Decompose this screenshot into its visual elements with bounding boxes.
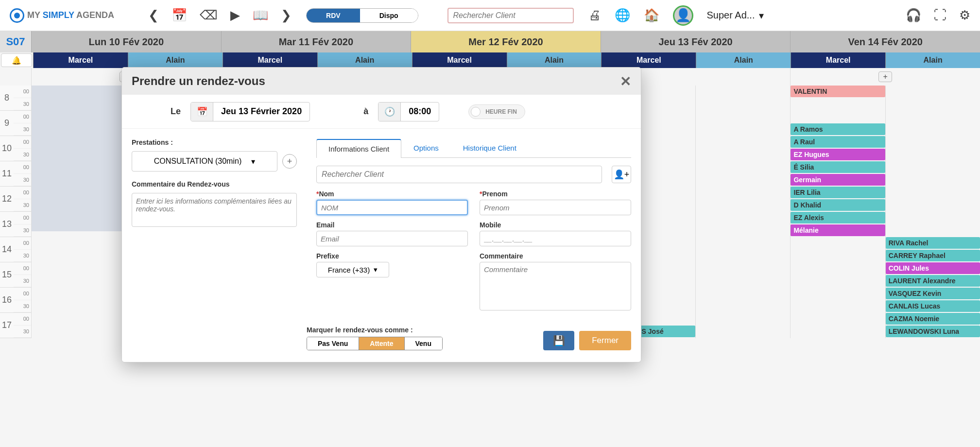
add-prestation-button[interactable]: + (282, 154, 297, 169)
date-picker[interactable]: 📅 Jeu 13 Février 2020 (190, 102, 310, 121)
chevron-left-icon[interactable]: ❮ (148, 8, 159, 23)
day-header-tue[interactable]: Mar 11 Fév 2020 (221, 31, 411, 52)
search-client-input[interactable] (447, 8, 574, 23)
day-header-fri[interactable]: Ven 14 Fév 2020 (790, 31, 980, 52)
chevron-right-icon[interactable]: ❯ (281, 8, 292, 23)
fermer-button[interactable]: Fermer (579, 331, 631, 350)
person-alain[interactable]: Alain (696, 52, 791, 68)
event-chip[interactable]: EZ Alexis (791, 212, 885, 224)
event-chip[interactable]: LEWANDOWSKI Luna (886, 326, 980, 337)
calendar-icon[interactable]: 📅 (172, 8, 187, 23)
person-marcel[interactable]: Marcel (223, 52, 317, 68)
commentaire-textarea[interactable] (480, 262, 631, 310)
event-chip[interactable]: COLIN Jules (886, 262, 980, 274)
min-label: 30 (14, 174, 31, 187)
person-marcel[interactable]: Marcel (33, 52, 128, 68)
person-alain[interactable]: Alain (507, 52, 602, 68)
gear-icon[interactable]: ⚙ (959, 8, 970, 23)
status-venu[interactable]: Venu (405, 337, 442, 350)
mobile-input[interactable] (480, 231, 631, 246)
person-alain[interactable]: Alain (885, 52, 980, 68)
event-chip[interactable]: RIVA Rachel (886, 237, 980, 249)
day-header-wed[interactable]: Mer 12 Fév 2020 (411, 31, 601, 52)
min-label: 00 (14, 212, 31, 224)
modal-left-panel: Prestations : CONSULTATION (30min) ▾ + C… (132, 138, 297, 316)
event-chip[interactable]: Germain (791, 174, 885, 186)
close-icon[interactable]: ✕ (620, 73, 631, 89)
prenom-input[interactable] (480, 200, 631, 215)
email-input[interactable] (316, 231, 468, 246)
nom-input[interactable] (316, 200, 468, 215)
prefix-select[interactable]: France (+33) ▾ (316, 262, 389, 277)
hour-label: 14 (0, 237, 14, 262)
min-label: 30 (14, 326, 31, 338)
fullscreen-icon[interactable]: ⛶ (934, 8, 946, 23)
event-chip[interactable]: Mélanie (791, 224, 885, 236)
col-thu-alain[interactable] (695, 86, 790, 338)
bell-button[interactable]: 🔔 (1, 53, 32, 67)
home-icon[interactable]: 🏠 (644, 8, 659, 23)
toggle-dispo[interactable]: Dispo (360, 9, 418, 22)
event-chip[interactable]: EZ Hugues (791, 149, 885, 160)
day-header-mon[interactable]: Lun 10 Fév 2020 (31, 31, 221, 52)
modal-footer: Marquer le rendez-vous comme : Pas Venu … (122, 321, 641, 362)
chevron-down-icon: ▾ (374, 265, 378, 274)
event-chip[interactable]: VASQUEZ Kevin (886, 288, 980, 299)
tab-historique[interactable]: Historique Client (451, 138, 529, 157)
toggle-rdv[interactable]: RDV (307, 9, 360, 22)
avatar-icon[interactable]: 👤 (673, 5, 693, 26)
add-button[interactable]: + (878, 71, 892, 82)
person-alain[interactable]: Alain (128, 52, 223, 68)
event-chip[interactable]: IER Lilia (791, 187, 885, 198)
status-pas-venu[interactable]: Pas Venu (307, 337, 359, 350)
event-chip[interactable]: É Silia (791, 161, 885, 173)
globe-icon[interactable]: 🌐 (615, 8, 630, 23)
min-label: 00 (14, 262, 31, 275)
label-nom: Nom (319, 190, 334, 198)
tab-info-client[interactable]: Informations Client (316, 139, 401, 158)
label-a: à (363, 106, 368, 117)
user-menu[interactable]: Super Ad... ▾ (707, 10, 764, 21)
col-fri-alain[interactable]: RIVA RachelCARREY RaphaelCOLIN JulesLAUR… (885, 86, 980, 338)
date-value: Jeu 13 Février 2020 (213, 106, 309, 117)
book-icon[interactable]: 📖 (253, 8, 268, 23)
event-chip[interactable]: A Raul (791, 136, 885, 148)
time-value: 08:00 (401, 106, 439, 117)
save-button[interactable]: 💾 (543, 331, 574, 350)
event-chip[interactable]: LAURENT Alexandre (886, 275, 980, 287)
label-mobile: Mobile (480, 221, 631, 229)
modal-title: Prendre un rendez-vous (132, 74, 265, 88)
event-chip[interactable]: VALENTIN (791, 86, 885, 97)
label-prenom: Prenom (482, 190, 507, 198)
min-label: 30 (14, 300, 31, 313)
event-chip[interactable]: CANLAIS Lucas (886, 300, 980, 312)
client-search-input[interactable] (316, 166, 602, 183)
add-client-button[interactable]: 👤+ (612, 166, 631, 183)
rdv-comment-textarea[interactable] (132, 193, 297, 227)
col-mon-marcel[interactable] (31, 86, 126, 338)
min-label: 00 (14, 86, 31, 98)
person-marcel[interactable]: Marcel (601, 52, 696, 68)
support-icon[interactable]: 🎧 (906, 8, 921, 23)
print-icon[interactable]: 🖨 (588, 8, 601, 23)
time-picker[interactable]: 🕐 08:00 (378, 102, 439, 121)
appointment-modal: Prendre un rendez-vous ✕ Le 📅 Jeu 13 Fév… (121, 67, 641, 362)
event-chip[interactable]: D Khalid (791, 199, 885, 211)
heure-fin-toggle[interactable]: HEURE FIN (468, 104, 525, 119)
event-chip[interactable]: A Ramos (791, 123, 885, 135)
calendar-cancel-icon[interactable]: ⌫ (200, 8, 218, 23)
tab-options[interactable]: Options (401, 138, 451, 157)
day-header-thu[interactable]: Jeu 13 Fév 2020 (601, 31, 791, 52)
col-fri-marcel[interactable]: VALENTINA RamosA RaulEZ HuguesÉ SiliaGer… (790, 86, 885, 338)
rdv-comment-label: Commentaire du Rendez-vous (132, 180, 297, 188)
person-marcel[interactable]: Marcel (412, 52, 507, 68)
person-marcel[interactable]: Marcel (791, 52, 885, 68)
prestations-label: Prestations : (132, 138, 297, 146)
prestation-select[interactable]: CONSULTATION (30min) ▾ (132, 151, 277, 172)
event-chip[interactable]: CAZMA Noemie (886, 313, 980, 325)
event-chip[interactable]: CARREY Raphael (886, 250, 980, 261)
calendar-play-icon[interactable]: ▶ (230, 8, 240, 23)
top-bar: MY SIMPLY AGENDA ❮ 📅 ⌫ ▶ 📖 ❯ RDV Dispo 🖨… (0, 0, 980, 31)
status-attente[interactable]: Attente (359, 337, 404, 350)
person-alain[interactable]: Alain (317, 52, 412, 68)
